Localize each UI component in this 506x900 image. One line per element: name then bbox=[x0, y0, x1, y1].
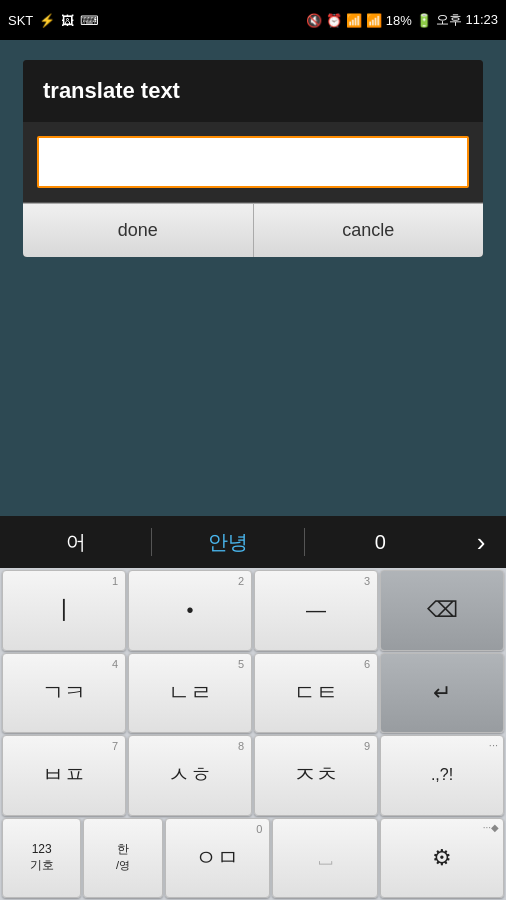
key-2[interactable]: 2 • bbox=[128, 570, 252, 651]
carrier-label: SKT bbox=[8, 13, 33, 28]
num-sym-label: 123기호 bbox=[30, 842, 54, 873]
done-button[interactable]: done bbox=[23, 203, 254, 257]
time-label: 오후 11:23 bbox=[436, 11, 498, 29]
enter-key[interactable]: ↵ bbox=[380, 653, 504, 734]
enter-icon: ↵ bbox=[433, 680, 451, 706]
key-label-2: • bbox=[186, 599, 193, 622]
mute-icon: 🔇 bbox=[306, 13, 322, 28]
alarm-icon: ⏰ bbox=[326, 13, 342, 28]
settings-icon: ⚙ bbox=[432, 845, 452, 871]
main-content: 하이 Hei 〜〜 translate text done cancle bbox=[0, 40, 506, 516]
key-number-6: 6 bbox=[364, 658, 370, 670]
suggestion-arrow[interactable]: › bbox=[456, 527, 506, 558]
status-right: 🔇 ⏰ 📶 📶 18% 🔋 오후 11:23 bbox=[306, 11, 498, 29]
translate-dialog: translate text done cancle bbox=[23, 60, 483, 257]
key-dt[interactable]: 6 ㄷㅌ bbox=[254, 653, 378, 734]
mic-dots-label: ···◆ bbox=[483, 822, 499, 833]
key-number-8: 8 bbox=[238, 740, 244, 752]
space-bar-key[interactable]: ⎵ bbox=[272, 818, 378, 899]
key-row-3: 7 ㅂㅍ 8 ㅅㅎ 9 ㅈㅊ ··· .,?! bbox=[2, 735, 504, 816]
key-row-4: 123기호 한/영 0 ㅇㅁ ⎵ ···◆ ⚙ bbox=[2, 818, 504, 899]
num-sym-key[interactable]: 123기호 bbox=[2, 818, 81, 899]
keyboard-icon: ⌨ bbox=[80, 13, 99, 28]
status-bar: SKT ⚡ 🖼 ⌨ 🔇 ⏰ 📶 📶 18% 🔋 오후 11:23 bbox=[0, 0, 506, 40]
key-number-9: 9 bbox=[364, 740, 370, 752]
dots-icon: ··· bbox=[489, 739, 498, 751]
key-label-1: ㅣ bbox=[51, 593, 77, 628]
suggestion-bar: 어 안녕 0 › bbox=[0, 516, 506, 568]
key-om[interactable]: 0 ㅇㅁ bbox=[165, 818, 271, 899]
key-number-0: 0 bbox=[256, 823, 262, 835]
keyboard-rows: 1 ㅣ 2 • 3 — ⌫ 4 ㄱㅋ 5 ㄴㄹ bbox=[0, 568, 506, 900]
key-label-om: ㅇㅁ bbox=[195, 843, 239, 873]
suggestion-right[interactable]: 0 bbox=[305, 527, 456, 558]
key-gk[interactable]: 4 ㄱㅋ bbox=[2, 653, 126, 734]
punctuation-label: .,?! bbox=[431, 766, 453, 784]
lang-switch-label: 한/영 bbox=[116, 842, 130, 873]
key-nr[interactable]: 5 ㄴㄹ bbox=[128, 653, 252, 734]
key-3[interactable]: 3 — bbox=[254, 570, 378, 651]
key-label-nr: ㄴㄹ bbox=[168, 678, 212, 708]
key-sh[interactable]: 8 ㅅㅎ bbox=[128, 735, 252, 816]
key-number-2: 2 bbox=[238, 575, 244, 587]
image-icon: 🖼 bbox=[61, 13, 74, 28]
suggestion-middle[interactable]: 안녕 bbox=[152, 525, 303, 560]
key-label-bp: ㅂㅍ bbox=[42, 760, 86, 790]
battery-label: 18% bbox=[386, 13, 412, 28]
status-left: SKT ⚡ 🖼 ⌨ bbox=[8, 13, 99, 28]
key-label-3: — bbox=[306, 599, 326, 622]
key-number-5: 5 bbox=[238, 658, 244, 670]
dialog-input-area bbox=[23, 122, 483, 202]
battery-icon: 🔋 bbox=[416, 13, 432, 28]
translate-input[interactable] bbox=[37, 136, 469, 188]
key-bp[interactable]: 7 ㅂㅍ bbox=[2, 735, 126, 816]
key-label-gk: ㄱㅋ bbox=[42, 678, 86, 708]
backspace-icon: ⌫ bbox=[427, 597, 458, 623]
key-number-1: 1 bbox=[112, 575, 118, 587]
lang-switch-key[interactable]: 한/영 bbox=[83, 818, 162, 899]
cancel-button[interactable]: cancle bbox=[254, 203, 484, 257]
key-label-dt: ㄷㅌ bbox=[294, 678, 338, 708]
key-label-jc: ㅈㅊ bbox=[294, 760, 338, 790]
keyboard-area: 어 안녕 0 › 1 ㅣ 2 • 3 — ⌫ bbox=[0, 516, 506, 900]
punctuation-key[interactable]: ··· .,?! bbox=[380, 735, 504, 816]
usb-icon: ⚡ bbox=[39, 13, 55, 28]
key-number-7: 7 bbox=[112, 740, 118, 752]
key-1[interactable]: 1 ㅣ bbox=[2, 570, 126, 651]
signal-icon: 📶 bbox=[366, 13, 382, 28]
space-icon: ⎵ bbox=[319, 845, 332, 871]
key-row-2: 4 ㄱㅋ 5 ㄴㄹ 6 ㄷㅌ ↵ bbox=[2, 653, 504, 734]
key-label-sh: ㅅㅎ bbox=[168, 760, 212, 790]
dialog-overlay: translate text done cancle bbox=[0, 40, 506, 516]
key-number-3: 3 bbox=[364, 575, 370, 587]
dialog-title: translate text bbox=[23, 60, 483, 122]
key-row-1: 1 ㅣ 2 • 3 — ⌫ bbox=[2, 570, 504, 651]
wifi-icon: 📶 bbox=[346, 13, 362, 28]
dialog-buttons: done cancle bbox=[23, 202, 483, 257]
key-jc[interactable]: 9 ㅈㅊ bbox=[254, 735, 378, 816]
key-number-4: 4 bbox=[112, 658, 118, 670]
settings-key[interactable]: ···◆ ⚙ bbox=[380, 818, 504, 899]
suggestion-left[interactable]: 어 bbox=[0, 525, 151, 560]
backspace-key[interactable]: ⌫ bbox=[380, 570, 504, 651]
